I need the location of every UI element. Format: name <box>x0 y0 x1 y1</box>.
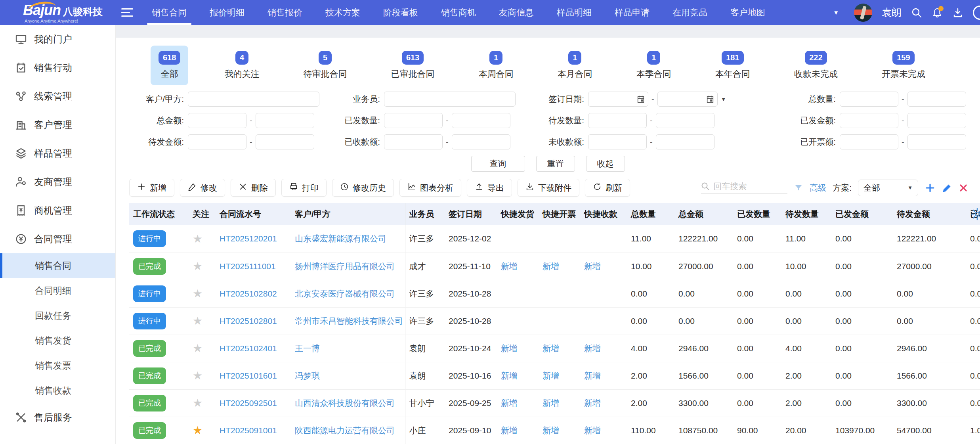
contract-link[interactable]: HT2025101601 <box>220 371 277 380</box>
status-badge[interactable]: 进行中 <box>133 285 166 302</box>
stat-1[interactable]: 4我的关注 <box>216 46 267 85</box>
toolbar-clock-button[interactable]: 修改历史 <box>332 179 394 197</box>
stat-7[interactable]: 181本年合同 <box>707 46 758 85</box>
filter-range-max-input[interactable] <box>452 134 510 149</box>
hamburger-menu-icon[interactable] <box>121 6 133 19</box>
quick-collect-link[interactable]: 新增 <box>584 371 601 380</box>
customer-link[interactable]: 冯梦琪 <box>295 371 320 380</box>
nav-item-7[interactable]: 样品明细 <box>545 0 603 25</box>
quick-ship-link[interactable]: 新增 <box>501 344 518 353</box>
toolbar-export-button[interactable]: 导出 <box>467 179 512 197</box>
nav-item-5[interactable]: 销售商机 <box>430 0 487 25</box>
nav-more-caret-icon[interactable]: ▼ <box>833 9 839 16</box>
sidebar-item-3[interactable]: 客户管理 <box>0 111 115 139</box>
nav-item-0[interactable]: 销售合同 <box>140 0 198 25</box>
quick-ship-link[interactable]: 新增 <box>501 371 518 380</box>
sidebar-subitem-5[interactable]: 销售收款 <box>0 378 115 403</box>
toolbar-download-button[interactable]: 下载附件 <box>518 179 579 197</box>
filter-range-min-input[interactable] <box>840 92 898 107</box>
customer-link[interactable]: 王一博 <box>295 344 320 353</box>
customer-link[interactable]: 山东盛宏新能源有限公司 <box>295 234 386 243</box>
filter-range-min-input[interactable] <box>188 134 246 149</box>
sidebar-item-8[interactable]: 售后服务 <box>0 403 115 432</box>
customer-link[interactable]: 扬州博洋医疗用品有限公司 <box>295 262 395 271</box>
nav-item-4[interactable]: 阶段看板 <box>372 0 430 25</box>
sidebar-item-4[interactable]: 样品管理 <box>0 139 115 168</box>
query-button[interactable]: 查询 <box>471 156 525 172</box>
filter-range-max-input[interactable] <box>452 113 510 128</box>
stat-4[interactable]: 1本周合同 <box>471 46 522 85</box>
edit-scheme-button[interactable] <box>942 183 952 193</box>
customer-link[interactable]: 常州市禾昌智能科技有限公司 <box>295 316 403 325</box>
customer-link[interactable]: 陕西能源电力运营有限公司 <box>295 426 395 435</box>
filter-range-min-input[interactable] <box>384 113 443 128</box>
quick-invoice-link[interactable]: 新增 <box>543 398 559 408</box>
scheme-select[interactable]: 全部 ▼ <box>858 180 918 196</box>
quick-collect-link[interactable]: 新增 <box>584 398 601 408</box>
sidebar-subitem-1[interactable]: 合同明细 <box>0 278 115 303</box>
user-avatar[interactable] <box>854 4 872 22</box>
search-icon[interactable] <box>911 7 922 18</box>
filter-range-max-input[interactable] <box>256 134 314 149</box>
quick-invoice-link[interactable]: 新增 <box>543 262 559 271</box>
nav-item-8[interactable]: 样品申请 <box>603 0 661 25</box>
status-badge[interactable]: 进行中 <box>133 230 166 247</box>
download-tray-icon[interactable] <box>952 7 963 18</box>
filter-funnel-icon[interactable] <box>794 183 803 193</box>
filter-range-min-input[interactable] <box>384 134 443 149</box>
sidebar-item-1[interactable]: 销售行动 <box>0 54 115 82</box>
advanced-filter-link[interactable]: 高级 <box>810 182 826 193</box>
quick-collect-link[interactable]: 新增 <box>584 262 601 271</box>
filter-range-min-input[interactable] <box>840 113 898 128</box>
filter-input[interactable] <box>384 92 516 107</box>
filter-range-min-input[interactable] <box>588 134 647 149</box>
contract-link[interactable]: HT2025102401 <box>220 344 277 353</box>
toolbar-pencil-button[interactable]: 修改 <box>180 179 225 197</box>
nav-item-1[interactable]: 报价明细 <box>198 0 256 25</box>
star-icon[interactable]: ★ <box>193 397 202 409</box>
toolbar-printer-button[interactable]: 打印 <box>281 179 327 197</box>
star-icon[interactable]: ★ <box>193 369 202 382</box>
filter-range-min-input[interactable] <box>588 113 647 128</box>
customer-link[interactable]: 北京安泰医疗器械有限公司 <box>295 289 395 298</box>
contract-link[interactable]: HT2025111001 <box>220 262 276 271</box>
contract-link[interactable]: HT2025091001 <box>220 426 277 435</box>
quick-invoice-link[interactable]: 新增 <box>543 426 559 435</box>
star-icon[interactable]: ★ <box>193 424 202 436</box>
contract-link[interactable]: HT2025102802 <box>220 289 277 298</box>
sidebar-subitem-3[interactable]: 销售发货 <box>0 328 115 353</box>
notification-bell-icon[interactable] <box>932 7 943 18</box>
star-icon[interactable]: ★ <box>193 233 202 245</box>
nav-item-6[interactable]: 友商信息 <box>487 0 545 25</box>
quick-invoice-link[interactable]: 新增 <box>543 344 559 353</box>
nav-item-10[interactable]: 客户地图 <box>719 0 777 25</box>
column-settings-gear-icon[interactable] <box>970 207 980 222</box>
status-badge[interactable]: 已完成 <box>133 258 166 275</box>
toolbar-chart-button[interactable]: 图表分析 <box>399 179 461 197</box>
stat-6[interactable]: 1本季合同 <box>628 46 679 85</box>
filter-input[interactable] <box>188 92 319 107</box>
sidebar-subitem-0[interactable]: 销售合同 <box>0 253 115 278</box>
filter-range-min-input[interactable] <box>840 134 898 149</box>
customer-link[interactable]: 山西清众科技股份有限公司 <box>295 398 395 408</box>
stat-3[interactable]: 613已审批合同 <box>383 46 443 85</box>
stat-2[interactable]: 5待审批合同 <box>296 46 355 85</box>
sidebar-subitem-2[interactable]: 回款任务 <box>0 303 115 328</box>
stat-9[interactable]: 159开票未完成 <box>874 46 933 85</box>
quick-ship-link[interactable]: 新增 <box>501 426 518 435</box>
filter-range-max-input[interactable] <box>907 92 966 107</box>
toolbar-refresh-button[interactable]: 刷新 <box>585 179 630 197</box>
status-badge[interactable]: 已完成 <box>133 367 166 384</box>
delete-scheme-button[interactable] <box>959 183 968 193</box>
reset-button[interactable]: 重置 <box>536 156 575 172</box>
quick-ship-link[interactable]: 新增 <box>501 262 518 271</box>
quick-collect-link[interactable]: 新增 <box>584 344 601 353</box>
sidebar-item-2[interactable]: 线索管理 <box>0 82 115 111</box>
status-badge[interactable]: 已完成 <box>133 422 166 439</box>
date-caret-icon[interactable]: ▼ <box>721 96 726 102</box>
star-icon[interactable]: ★ <box>193 342 202 354</box>
stat-5[interactable]: 1本月合同 <box>550 46 600 85</box>
filter-range-max-input[interactable] <box>907 134 966 149</box>
star-icon[interactable]: ★ <box>193 287 202 300</box>
quick-collect-link[interactable]: 新增 <box>584 426 601 435</box>
